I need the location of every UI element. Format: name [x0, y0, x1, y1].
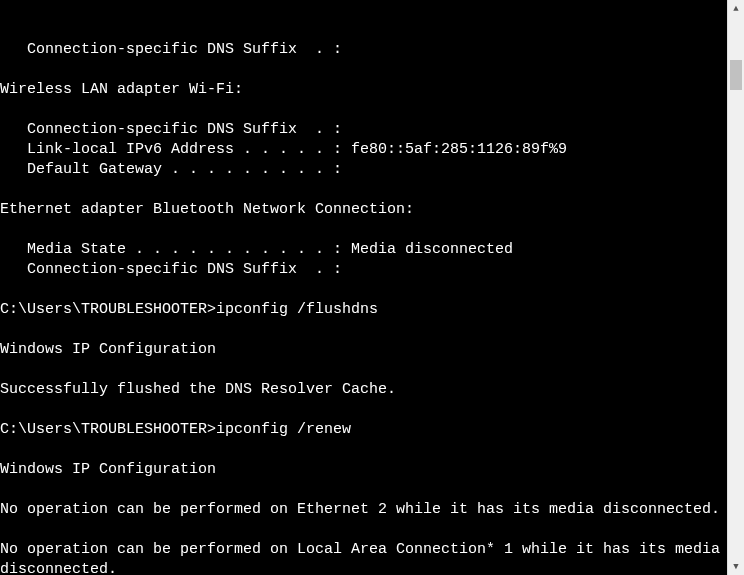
terminal-line: Media State . . . . . . . . . . . : Medi…	[0, 240, 727, 260]
terminal-line	[0, 180, 727, 200]
terminal-line: C:\Users\TROUBLESHOOTER>ipconfig /renew	[0, 420, 727, 440]
terminal-line	[0, 440, 727, 460]
terminal-line: Successfully flushed the DNS Resolver Ca…	[0, 380, 727, 400]
terminal-line	[0, 360, 727, 380]
terminal-line: Link-local IPv6 Address . . . . . : fe80…	[0, 140, 727, 160]
scroll-thumb[interactable]	[730, 60, 742, 90]
terminal-line: Wireless LAN adapter Wi-Fi:	[0, 80, 727, 100]
terminal-line: Default Gateway . . . . . . . . . :	[0, 160, 727, 180]
terminal-line: Connection-specific DNS Suffix . :	[0, 260, 727, 280]
scroll-down-arrow[interactable]: ▼	[728, 558, 744, 575]
terminal-line	[0, 520, 727, 540]
terminal-line: Connection-specific DNS Suffix . :	[0, 120, 727, 140]
terminal-line: Ethernet adapter Bluetooth Network Conne…	[0, 200, 727, 220]
vertical-scrollbar[interactable]: ▲ ▼ m	[727, 0, 744, 575]
terminal-line	[0, 60, 727, 80]
terminal-line: Connection-specific DNS Suffix . :	[0, 40, 727, 60]
terminal-line	[0, 400, 727, 420]
terminal-line: Windows IP Configuration	[0, 340, 727, 360]
terminal-line	[0, 480, 727, 500]
terminal-line	[0, 280, 727, 300]
terminal-line: C:\Users\TROUBLESHOOTER>ipconfig /flushd…	[0, 300, 727, 320]
terminal-line: Windows IP Configuration	[0, 460, 727, 480]
terminal-line: No operation can be performed on Local A…	[0, 540, 727, 575]
terminal-line	[0, 320, 727, 340]
terminal-line	[0, 100, 727, 120]
terminal-line: No operation can be performed on Etherne…	[0, 500, 727, 520]
terminal-line	[0, 220, 727, 240]
scroll-up-arrow[interactable]: ▲	[728, 0, 744, 17]
terminal-output[interactable]: Connection-specific DNS Suffix . : Wirel…	[0, 0, 727, 575]
